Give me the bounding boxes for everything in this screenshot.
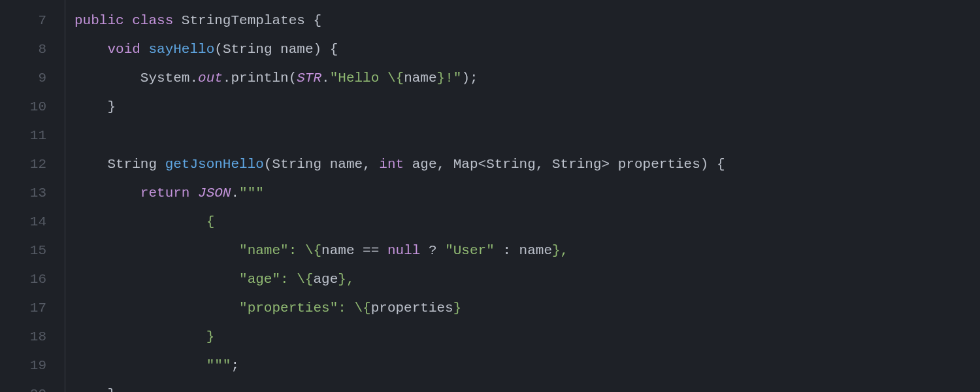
code-line[interactable] (74, 122, 980, 150)
token-mname: getJsonHello (165, 157, 264, 172)
token-pun (74, 329, 206, 344)
token-pun: (String name, (264, 157, 379, 172)
token-expr: : name (495, 243, 552, 258)
token-null: null (387, 243, 420, 258)
token-cls: StringTemplates (182, 13, 305, 28)
code-line[interactable]: void sayHello(String name) { (74, 35, 980, 64)
token-escbr: } (453, 301, 462, 316)
line-number: 8 (0, 35, 65, 64)
token-pun: ); (461, 71, 478, 86)
token-escbr: } (338, 272, 346, 287)
code-line[interactable]: "age": \{age}, (74, 265, 980, 294)
token-pun (74, 243, 239, 258)
token-ret: return (140, 186, 190, 201)
token-kw: int (379, 157, 404, 172)
token-str: { (206, 214, 215, 229)
token-mname: sayHello (148, 42, 214, 57)
token-pun (74, 301, 239, 316)
code-line[interactable]: } (74, 323, 980, 351)
token-expr: ? (420, 243, 445, 258)
code-line[interactable]: { (74, 208, 980, 237)
line-number: 14 (0, 208, 65, 237)
token-str: "age": (239, 272, 297, 287)
token-pun: . (321, 71, 330, 86)
line-number: 15 (0, 237, 65, 265)
token-stat: out (198, 71, 223, 86)
token-proc: JSON (198, 186, 231, 201)
code-line[interactable]: public class StringTemplates { (74, 7, 980, 35)
token-pun: ; (231, 358, 239, 373)
token-pun: (String name) { (214, 42, 338, 57)
token-mod: public (74, 13, 124, 28)
code-line[interactable]: } (74, 93, 980, 122)
token-str: """ (206, 358, 231, 373)
token-kw: class (132, 13, 173, 28)
code-line[interactable]: return JSON.""" (74, 179, 980, 208)
code-area[interactable]: public class StringTemplates { void sayH… (65, 0, 980, 392)
token-str: "User" (445, 243, 495, 258)
token-escbr: \{ (354, 301, 370, 316)
token-pun: String (74, 157, 165, 172)
line-number: 16 (0, 265, 65, 294)
token-pun: System. (74, 71, 198, 86)
line-number-gutter: 7891011121314151617181920 (0, 0, 65, 392)
code-line[interactable]: System.out.println(STR."Hello \{name}!")… (74, 64, 980, 93)
token-escbr: \{ (297, 272, 313, 287)
token-str: , (561, 243, 569, 258)
line-number: 11 (0, 122, 65, 150)
token-str: """ (239, 186, 264, 201)
token-pun (74, 214, 206, 229)
line-number: 18 (0, 323, 65, 351)
token-pun (140, 42, 149, 57)
token-pun: age, Map<String, String> properties) { (404, 157, 725, 172)
line-number: 9 (0, 64, 65, 93)
line-number: 20 (0, 380, 65, 392)
token-str: , (346, 272, 355, 287)
token-escbr: } (437, 71, 446, 86)
token-pun (74, 272, 239, 287)
code-line[interactable]: String getJsonHello(String name, int age… (74, 150, 980, 179)
code-line[interactable]: """; (74, 351, 980, 380)
token-pun: } (74, 99, 116, 114)
token-escbr: } (552, 243, 561, 258)
token-proc: STR (297, 71, 321, 86)
token-pun: . (231, 186, 239, 201)
token-str: !" (445, 71, 461, 86)
token-pun (74, 42, 107, 57)
token-str: "Hello (330, 71, 387, 86)
token-escbr: \{ (305, 243, 321, 258)
code-line[interactable]: "name": \{name == null ? "User" : name}, (74, 237, 980, 265)
token-expr: properties (371, 301, 453, 316)
token-expr: name == (321, 243, 387, 258)
line-number: 10 (0, 93, 65, 122)
token-str: "properties": (239, 301, 354, 316)
code-editor: 7891011121314151617181920 public class S… (0, 0, 980, 392)
token-pun (74, 358, 206, 373)
line-number: 17 (0, 294, 65, 323)
token-str: "name": (239, 243, 305, 258)
line-number: 19 (0, 351, 65, 380)
token-pun (74, 186, 140, 201)
line-number: 13 (0, 179, 65, 208)
token-expr: name (404, 71, 436, 86)
token-expr: age (313, 272, 338, 287)
token-kw: void (107, 42, 140, 57)
token-pun (189, 186, 198, 201)
line-number: 7 (0, 7, 65, 35)
line-number: 12 (0, 150, 65, 179)
token-escbr: \{ (387, 71, 404, 86)
code-line[interactable]: "properties": \{properties} (74, 294, 980, 323)
code-line[interactable]: } (74, 380, 980, 392)
token-pun: .println( (223, 71, 297, 86)
token-pun (173, 13, 182, 28)
token-pun: { (305, 13, 321, 28)
token-pun (124, 13, 133, 28)
token-pun: } (74, 387, 116, 392)
token-str: } (206, 329, 215, 344)
